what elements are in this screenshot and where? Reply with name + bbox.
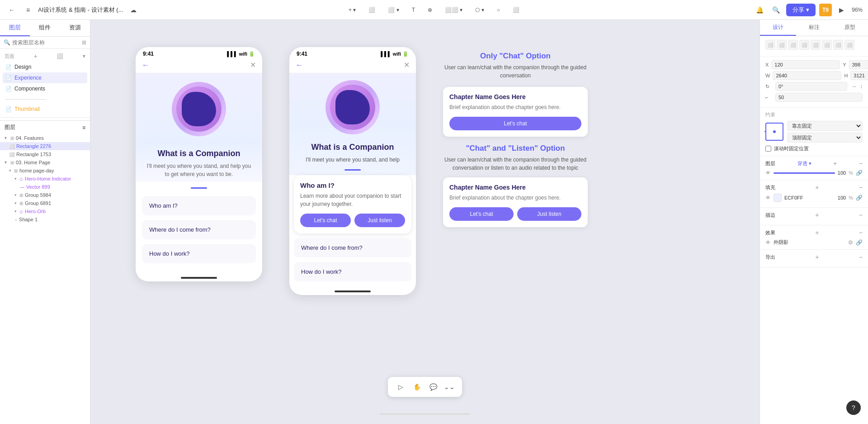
rotation-input[interactable]: [775, 82, 847, 91]
layer-group-5984[interactable]: ▾ ⊞ Group 5984: [0, 191, 90, 199]
layer-03-homepage[interactable]: ▼ ⊞ 03. Home Page: [0, 158, 90, 167]
effect-link-icon[interactable]: 🔗: [856, 239, 863, 246]
fill-minus-icon[interactable]: −: [859, 184, 863, 191]
text-tool-button[interactable]: T: [408, 5, 419, 14]
layer-hero-indicator[interactable]: ▾ ◇ Hero-Home Indicator: [0, 175, 90, 183]
pen-tool-button[interactable]: ⊕: [424, 5, 436, 14]
layer-rect-2276[interactable]: ⬜ Rectangle 2276: [0, 142, 90, 150]
w-input[interactable]: [773, 71, 841, 80]
select-tool-button[interactable]: ▷: [393, 380, 408, 394]
stroke-minus-icon[interactable]: −: [859, 211, 863, 219]
constraint-h-select[interactable]: 靠左固定: [787, 121, 863, 131]
add-tool-button[interactable]: + ▾: [345, 5, 359, 14]
phone2-close-button[interactable]: ✕: [404, 61, 410, 69]
phone2-back-button[interactable]: ←: [296, 61, 303, 69]
distribute-v-icon[interactable]: ⬜: [844, 40, 854, 50]
comment-tool-button[interactable]: 💬: [426, 380, 440, 394]
share-button[interactable]: 分享 ▾: [786, 4, 816, 16]
layer-shape-1[interactable]: ○ Shape 1: [0, 215, 90, 224]
flip-v-icon[interactable]: ↕: [860, 83, 863, 90]
align-bottom-icon[interactable]: ⬜: [822, 40, 832, 50]
opacity-slider[interactable]: [774, 172, 835, 174]
right-tab-design[interactable]: 设计: [760, 20, 796, 36]
align-center-v-icon[interactable]: ⬜: [811, 40, 821, 50]
export-add-icon[interactable]: +: [815, 253, 819, 261]
layer-group-6891[interactable]: ▾ ⊞ Group 6891: [0, 199, 90, 207]
notification-icon[interactable]: 🔔: [754, 4, 766, 16]
x-input[interactable]: [771, 60, 840, 69]
page-item-design[interactable]: 📄 Design: [3, 62, 87, 72]
back-button[interactable]: ←: [5, 4, 18, 16]
chat-card-button[interactable]: Let's chat: [449, 117, 581, 130]
frame-tool-button[interactable]: ⬜: [365, 5, 379, 14]
expanded-chat-button[interactable]: Let's chat: [300, 214, 351, 227]
fill-color-swatch[interactable]: [774, 194, 782, 202]
h-input[interactable]: [850, 71, 868, 80]
layers-options-icon[interactable]: ≡: [82, 124, 85, 131]
phone1-back-button[interactable]: ←: [142, 61, 149, 69]
effects-minus-icon[interactable]: −: [859, 229, 863, 236]
scroll-fixed-checkbox[interactable]: [765, 146, 771, 152]
listen-card-listen-button[interactable]: Just listen: [517, 207, 581, 221]
tab-layers[interactable]: 图层: [0, 20, 30, 36]
hand-tool-button[interactable]: ✋: [410, 380, 424, 394]
layer-minus-icon[interactable]: −: [859, 160, 863, 167]
question2-where[interactable]: Where do I come from?: [294, 238, 411, 257]
effect-settings-icon[interactable]: ⚙: [848, 239, 853, 246]
play-button[interactable]: ▶: [835, 4, 848, 16]
filter-icon[interactable]: ⊞: [82, 39, 86, 46]
circle-tool-button[interactable]: ○: [493, 5, 504, 14]
align-center-h-icon[interactable]: ⬜: [777, 40, 787, 50]
canvas-area[interactable]: 9:41 ▌▌▌ wifi 🔋 ← ✕: [90, 20, 760, 424]
canvas-scrollbar[interactable]: [380, 413, 470, 415]
menu-button[interactable]: ≡: [22, 4, 34, 16]
question-item-how[interactable]: How do I work?: [142, 244, 256, 263]
layer-rect-1753[interactable]: ⬜ Rectangle 1753: [0, 150, 90, 158]
expanded-listen-button[interactable]: Just listen: [354, 214, 405, 227]
layer-add-icon[interactable]: +: [833, 160, 837, 167]
right-tab-annotate[interactable]: 标注: [796, 20, 832, 36]
page-item-thumbnail[interactable]: 📄 Thumbnail: [3, 104, 87, 114]
question-item-where[interactable]: Where do I come from?: [142, 220, 256, 239]
y-input[interactable]: [849, 60, 868, 69]
slice-tool-button[interactable]: ⬜: [509, 5, 523, 14]
plugin-tool-button[interactable]: ⬡ ▾: [472, 5, 487, 14]
opacity-link-icon[interactable]: 🔗: [856, 170, 863, 176]
effect-eye-icon[interactable]: 👁: [765, 239, 771, 246]
fill-add-icon[interactable]: +: [815, 184, 819, 191]
align-right-icon[interactable]: ⬜: [788, 40, 798, 50]
align-left-icon[interactable]: ⬜: [765, 40, 775, 50]
more-tool-button[interactable]: ⌄⌄: [442, 380, 457, 394]
shape-tool-button[interactable]: ⬜ ▾: [384, 5, 402, 14]
effects-add-icon[interactable]: +: [815, 229, 819, 236]
fill-eye-icon[interactable]: 👁: [765, 195, 771, 201]
flip-h-icon[interactable]: ↔: [852, 83, 857, 90]
radius-input[interactable]: [775, 93, 863, 102]
layer-vector-899[interactable]: — Vector 899: [0, 183, 90, 191]
cloud-icon[interactable]: ☁: [127, 4, 140, 16]
right-tab-prototype[interactable]: 原型: [832, 20, 868, 36]
page-item-experience[interactable]: 📄 Experience: [3, 72, 87, 83]
user-avatar[interactable]: T9: [819, 4, 832, 16]
layer-04-features[interactable]: ▼ ⊞ 04. Features: [0, 134, 90, 142]
distribute-h-icon[interactable]: ⬜: [833, 40, 843, 50]
export-minus-icon[interactable]: −: [859, 253, 863, 261]
fill-link-icon[interactable]: 🔗: [856, 195, 863, 201]
layer-homepage-day[interactable]: ▾ ⊞ home page-day: [0, 167, 90, 175]
layer-search-input[interactable]: [12, 39, 80, 46]
align-top-icon[interactable]: ⬜: [799, 40, 809, 50]
phone1-close-button[interactable]: ✕: [250, 61, 256, 69]
help-button[interactable]: ?: [846, 400, 861, 415]
tab-components[interactable]: 组件: [30, 20, 60, 36]
page-item-components[interactable]: 📄 Components: [3, 83, 87, 94]
opacity-eye-icon[interactable]: 👁: [765, 170, 771, 176]
constraint-v-select[interactable]: 顶部固定: [787, 133, 863, 143]
tab-assets[interactable]: 资源: [60, 20, 90, 36]
listen-card-chat-button[interactable]: Let's chat: [449, 207, 514, 221]
stroke-add-icon[interactable]: +: [815, 211, 819, 219]
question-item-who[interactable]: Who am I?: [142, 196, 256, 215]
layer-hero-orb[interactable]: ▾ ◇ Hero-Orb: [0, 207, 90, 215]
question2-how[interactable]: How do I work?: [294, 262, 411, 281]
search-icon[interactable]: 🔍: [770, 4, 783, 16]
components-tool-button[interactable]: ⬜⬜ ▾: [441, 5, 466, 14]
